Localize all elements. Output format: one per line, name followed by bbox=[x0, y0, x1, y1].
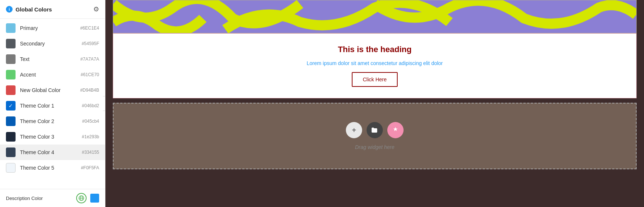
magic-button[interactable] bbox=[387, 122, 404, 138]
magic-icon bbox=[392, 126, 399, 134]
color-hex: #1e293b bbox=[82, 134, 99, 139]
color-name: Theme Color 3 bbox=[20, 134, 77, 140]
color-row-theme-color-3[interactable]: Theme Color 3 #1e293b bbox=[0, 129, 105, 145]
sidebar-title: Global Colors bbox=[16, 6, 52, 13]
color-name: Accent bbox=[20, 72, 76, 78]
color-hex: #334155 bbox=[82, 150, 99, 155]
color-name: Theme Color 2 bbox=[20, 118, 78, 124]
description-color-label: Description Color bbox=[6, 196, 73, 201]
color-name: Secondary bbox=[20, 41, 77, 47]
color-swatch bbox=[6, 85, 16, 95]
color-row-theme-color-1[interactable]: ✓ Theme Color 1 #046bd2 bbox=[0, 98, 105, 113]
color-swatch bbox=[6, 116, 16, 126]
description-color-row: Description Color bbox=[0, 189, 105, 207]
color-row-text[interactable]: Text #7A7A7A bbox=[0, 51, 105, 67]
color-hex: #045cb4 bbox=[82, 119, 99, 124]
folder-button[interactable] bbox=[367, 122, 383, 138]
sidebar-header: i Global Colors ⚙ bbox=[0, 0, 105, 19]
color-swatch bbox=[6, 54, 16, 64]
color-hex: #61CE70 bbox=[81, 72, 99, 77]
color-hex: #D94B4B bbox=[80, 88, 99, 93]
color-name: Theme Color 4 bbox=[20, 149, 77, 155]
content-section: This is the heading Lorem ipsum dolor si… bbox=[113, 33, 637, 98]
color-name: Text bbox=[20, 56, 76, 62]
blue-color-swatch[interactable] bbox=[90, 194, 99, 203]
color-name: Primary bbox=[20, 25, 76, 31]
main-canvas: This is the heading Lorem ipsum dolor si… bbox=[105, 0, 644, 207]
color-row-secondary[interactable]: Secondary #54595F bbox=[0, 36, 105, 51]
color-hex: #046bd2 bbox=[82, 103, 99, 108]
sidebar: i Global Colors ⚙ Primary #6EC1E4 Second… bbox=[0, 0, 105, 207]
content-heading: This is the heading bbox=[338, 45, 411, 54]
dropzone-section: + Drag widget here bbox=[113, 103, 637, 169]
color-swatch bbox=[6, 163, 16, 173]
color-swatch bbox=[6, 23, 16, 33]
color-hex: #F0F5FA bbox=[81, 165, 99, 170]
color-swatch bbox=[6, 70, 16, 79]
banner-decoration bbox=[113, 0, 636, 33]
dropzone-buttons: + bbox=[346, 122, 404, 138]
color-swatch bbox=[6, 147, 16, 157]
color-row-theme-color-5[interactable]: Theme Color 5 #F0F5FA bbox=[0, 160, 105, 176]
color-row-theme-color-2[interactable]: Theme Color 2 #045cb4 bbox=[0, 113, 105, 129]
globe-icon-button[interactable] bbox=[76, 193, 87, 203]
color-list: Primary #6EC1E4 Secondary #54595F Text #… bbox=[0, 19, 105, 189]
color-name: New Global Color bbox=[20, 87, 76, 93]
color-row-theme-color-4[interactable]: Theme Color 4 #334155 bbox=[0, 145, 105, 160]
color-name: Theme Color 1 bbox=[20, 103, 77, 109]
info-icon: i bbox=[6, 6, 13, 13]
color-row-accent[interactable]: Accent #61CE70 bbox=[0, 67, 105, 82]
banner-section bbox=[113, 0, 637, 33]
color-row-new-global-color[interactable]: New Global Color #D94B4B bbox=[0, 82, 105, 98]
color-swatch: ✓ bbox=[6, 101, 16, 111]
click-here-button[interactable]: Click Here bbox=[352, 72, 398, 87]
add-widget-button[interactable]: + bbox=[346, 122, 362, 138]
color-row-primary[interactable]: Primary #6EC1E4 bbox=[0, 20, 105, 36]
content-subtitle: Lorem ipsum dolor sit amet consectetur a… bbox=[307, 60, 443, 66]
color-swatch bbox=[6, 132, 16, 142]
globe-icon bbox=[78, 195, 84, 201]
color-swatch bbox=[6, 39, 16, 48]
gear-icon[interactable]: ⚙ bbox=[93, 5, 99, 13]
sidebar-collapse-arrow[interactable]: ‹ bbox=[103, 96, 105, 111]
color-hex: #54595F bbox=[82, 41, 99, 46]
sidebar-header-left: i Global Colors bbox=[6, 6, 52, 13]
color-hex: #6EC1E4 bbox=[80, 26, 99, 31]
folder-icon bbox=[371, 126, 378, 134]
color-name: Theme Color 5 bbox=[20, 165, 77, 171]
dropzone-label: Drag widget here bbox=[355, 144, 395, 150]
color-hex: #7A7A7A bbox=[80, 57, 99, 62]
